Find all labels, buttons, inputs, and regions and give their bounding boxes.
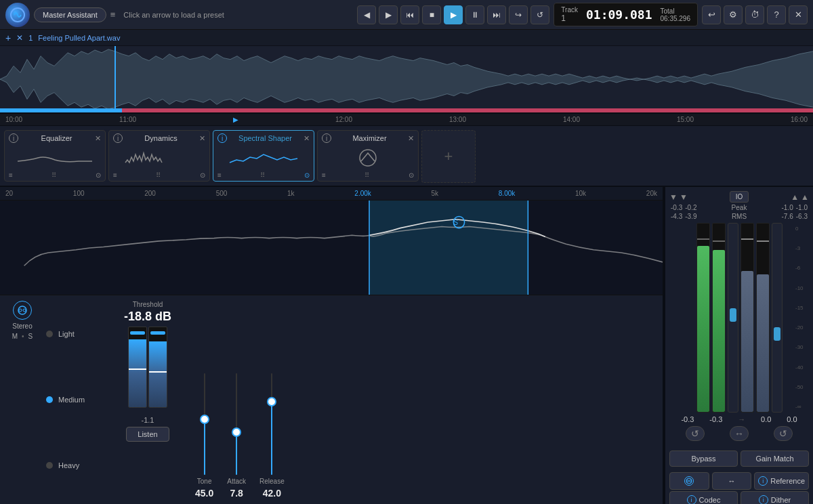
plugin-card-maximizer[interactable]: i Maximizer ✕ ≡ ⠿ ⊙ <box>317 130 419 182</box>
track-close-button[interactable]: ✕ <box>16 33 23 43</box>
release-slider-track[interactable] <box>271 373 272 475</box>
transport-pause-button[interactable]: ⏸ <box>465 5 484 24</box>
meter-slider-center[interactable] <box>728 223 738 413</box>
indicator-arrow-btn[interactable]: ↔ <box>730 426 749 441</box>
dither-button[interactable]: i Dither <box>741 491 809 504</box>
threshold-db-value: -1.1 <box>142 416 154 424</box>
stereo-icon[interactable] <box>13 301 32 320</box>
threshold-handle-right[interactable] <box>149 371 167 373</box>
transport-back-button[interactable]: ◀ <box>357 5 376 24</box>
plugin-close-equalizer[interactable]: ✕ <box>95 134 101 143</box>
bypass-button[interactable]: Bypass <box>669 450 738 467</box>
transport-skip-button[interactable]: ⏭ <box>487 5 506 24</box>
attack-slider-item: Attack 7.8 <box>227 373 246 499</box>
tone-slider-item: Tone 45.0 <box>195 373 213 499</box>
transport-loop-button[interactable]: ↪ <box>509 5 528 24</box>
plugin-card-equalizer[interactable]: i Equalizer ✕ ≡ ⠿ ⊙ <box>4 130 106 182</box>
threshold-bar-right[interactable] <box>148 327 167 408</box>
intensity-label-heavy: Heavy <box>58 461 79 469</box>
intensity-medium[interactable]: Medium <box>46 396 100 404</box>
bottom-buttons: ↔ i Reference i Codec i Dither <box>665 469 813 504</box>
attack-slider-thumb[interactable] <box>232 427 241 437</box>
compare-button[interactable] <box>669 472 709 490</box>
right-panel: ▼ ▼ IO ▲ ▲ -0.3 -0.2 Peak -1.0 -1.0 <box>664 187 813 504</box>
undo-button[interactable]: ↩ <box>702 5 721 24</box>
intensity-light[interactable]: Light <box>46 330 100 338</box>
transport-stop-button[interactable]: ■ <box>422 5 441 24</box>
attack-value: 7.8 <box>230 488 243 499</box>
peak-r-value: -1.0 <box>796 204 808 211</box>
peak-label: Peak <box>732 204 747 211</box>
svg-point-14 <box>687 480 689 482</box>
plugin-close-spectral-shaper[interactable]: ✕ <box>304 134 310 143</box>
io-label[interactable]: IO <box>730 191 749 203</box>
release-value: 42.0 <box>263 488 281 499</box>
plugin-close-dynamics[interactable]: ✕ <box>199 134 205 143</box>
settings-button[interactable]: ⚙ <box>724 5 743 24</box>
bypass-gainmatch-row: Bypass Gain Match <box>665 448 813 469</box>
codec-button[interactable]: i Codec <box>669 491 738 504</box>
transport-rewind-button[interactable]: ⏮ <box>400 5 419 24</box>
track-header: + ✕ 1 Feeling Pulled Apart.wav <box>0 30 813 46</box>
more-button[interactable]: ✕ <box>789 5 808 24</box>
history-button[interactable]: ⏱ <box>745 5 764 24</box>
tone-slider-fill <box>204 419 205 476</box>
plugin-viz-equalizer <box>9 146 101 170</box>
attack-slider-track[interactable] <box>236 373 237 475</box>
intensity-label-light: Light <box>58 330 75 338</box>
transport-controls: ◀ ▶ ⏮ ■ ▶ ⏸ ⏭ ↪ ↺ <box>357 5 549 24</box>
app-logo <box>5 3 30 27</box>
meter-arrow-down2[interactable]: ▼ <box>680 192 688 202</box>
ms-dot: • <box>22 333 24 340</box>
intensity-heavy[interactable]: Heavy <box>46 461 100 469</box>
meter-arrow-up2[interactable]: ▲ <box>801 192 809 202</box>
meter-bar-in-r <box>712 223 726 413</box>
threshold-handle[interactable] <box>129 369 146 370</box>
release-slider-thumb[interactable] <box>267 397 276 406</box>
listen-button[interactable]: Listen <box>126 427 169 442</box>
tone-slider-track[interactable] <box>204 373 205 475</box>
meter-slider-right[interactable] <box>772 223 783 413</box>
help-button[interactable]: ? <box>767 5 786 24</box>
total-info: Total 06:35.296 <box>661 7 691 22</box>
threshold-bar-left[interactable] <box>128 327 147 408</box>
waveform-svg <box>0 46 813 112</box>
m-label: M <box>12 333 18 340</box>
master-assistant-button[interactable]: Master Assistant <box>34 7 106 22</box>
total-time: 06:35.296 <box>661 15 691 22</box>
track-add-button[interactable]: + <box>5 33 11 43</box>
rms2-l-value: -7.6 <box>782 213 793 220</box>
top-right-icons: ↩ ⚙ ⏱ ? ✕ <box>702 5 808 24</box>
meter-bar-out-l <box>741 223 754 413</box>
transport-play-active-button[interactable]: ▶ <box>444 5 463 24</box>
plugin-close-maximizer[interactable]: ✕ <box>408 134 414 143</box>
compare-icon <box>684 476 694 486</box>
release-slider-item: Release 42.0 <box>259 373 285 499</box>
indicator-left-btn[interactable]: ↺ <box>686 426 705 441</box>
meter-arrow-down[interactable]: ▼ <box>669 192 678 202</box>
release-slider-fill <box>271 402 272 475</box>
track-number-label: 1 <box>28 34 33 42</box>
tone-slider-thumb[interactable] <box>200 415 209 424</box>
meter-section: ▼ ▼ IO ▲ ▲ -0.3 -0.2 Peak -1.0 -1.0 <box>665 187 813 448</box>
rms-l-value: -4.3 <box>671 213 682 220</box>
meter-arrow-up[interactable]: ▲ <box>791 192 799 202</box>
meter-bar-out-r <box>756 223 770 413</box>
transport-repeat-button[interactable]: ↺ <box>530 5 549 24</box>
link-button[interactable]: ↔ <box>712 472 752 490</box>
transport-play-button[interactable]: ▶ <box>379 5 398 24</box>
plugin-card-dynamics[interactable]: i Dynamics ✕ ≡ ⠿ ⊙ <box>108 130 210 182</box>
add-plugin-button[interactable]: + <box>421 130 476 183</box>
track-number: 1 <box>561 14 578 23</box>
meter-indicators: ↺ ↔ ↺ <box>669 423 809 444</box>
reference-button[interactable]: i Reference <box>754 472 809 490</box>
svg-point-13 <box>686 478 692 484</box>
top-bar: Master Assistant ≡ Click an arrow to loa… <box>0 0 813 30</box>
spectrum-svg: S <box>0 201 663 295</box>
out-r-val: -0.3 <box>709 415 722 423</box>
indicator-right-btn[interactable]: ↺ <box>774 426 793 441</box>
ms-labels: M • S <box>12 333 33 340</box>
meter-bars-container: 0 -3 -6 -10 -15 -20 -30 -40 -50 -∞ <box>669 223 809 413</box>
gain-match-button[interactable]: Gain Match <box>741 450 809 467</box>
plugin-card-spectral-shaper[interactable]: i Spectral Shaper ✕ ≡ ⠿ ⊙ <box>213 130 314 182</box>
